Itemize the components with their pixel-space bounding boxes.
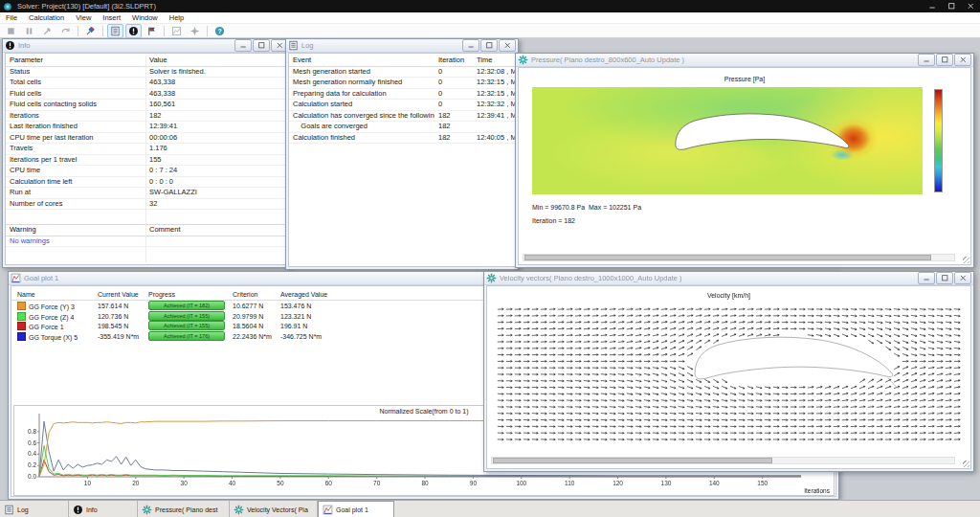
table-cell: Fluid cells [6, 89, 145, 100]
table-cell: 0 [434, 89, 473, 100]
table-cell: Total cells [6, 78, 145, 88]
table-row: CPU time0 : 7 : 24 [6, 166, 287, 177]
info-icon [73, 505, 83, 515]
maximize-icon[interactable] [936, 54, 953, 66]
refresh-button [57, 24, 74, 38]
goal-progress-bar: Achieved (IT = 155) [148, 311, 225, 321]
taskbar-tab-pressure-piano-dest[interactable]: Pressure( Piano dest [138, 501, 230, 517]
goal-scroll-dash[interactable] [34, 496, 44, 497]
pressure-minmax-label: Min = 99670.8 Pa Max = 102251 Pa [532, 204, 641, 211]
info-window-titlebar[interactable]: Info [3, 39, 290, 53]
log-icon [4, 505, 14, 515]
goal-current-value: 120.736 N [98, 313, 148, 320]
table-row: Calculation time left0 : 0 : 0 [6, 177, 287, 189]
log-window-titlebar[interactable]: Log [286, 39, 518, 53]
pressure-window-titlebar[interactable]: Pressure( Piano destro_800x600_Auto Upda… [516, 54, 973, 67]
toolbar: ? [0, 24, 980, 38]
goal-name: GG Torque (X) 5 [29, 334, 78, 341]
scrollbar-thumb[interactable] [493, 458, 772, 463]
pressure-plot-title: Pressure [Pa] [519, 76, 970, 82]
help-button[interactable]: ? [212, 24, 228, 38]
table-header-row: EventIterationTime [289, 56, 515, 67]
info-window-title: Info [18, 41, 234, 50]
resize-grip[interactable] [963, 257, 969, 263]
table-header-row: ParameterValue [6, 56, 287, 67]
table-cell: 00:00:06 [145, 133, 287, 144]
taskbar-tab-info[interactable]: Info [69, 501, 138, 517]
maximize-icon[interactable] [936, 272, 953, 284]
table-row: Iterations per 1 travel155 [6, 155, 287, 167]
horizontal-scrollbar[interactable] [523, 254, 955, 261]
table-cell: No warnings [6, 236, 145, 247]
velocity-plot-title: Velocity [km/h] [487, 292, 970, 299]
table-cell: Solver is finished. [145, 67, 287, 78]
taskbar-tab-velocity-vectors-pia[interactable]: Velocity Vectors( Pia [230, 501, 318, 517]
column-header: Current Value [98, 291, 148, 298]
log-button[interactable] [107, 24, 123, 38]
menu-item-file[interactable]: File [0, 12, 23, 23]
goal-averaged-value: 123.321 N [280, 313, 344, 320]
table-cell: 1.176 [145, 144, 287, 154]
minimize-icon[interactable] [923, 0, 942, 12]
goal-averaged-value: 153.476 N [280, 303, 344, 309]
velocity-window-titlebar[interactable]: Velocity vectors( Piano destro_1000x1000… [484, 272, 973, 285]
pause-icon [24, 26, 34, 36]
table-row: Total cells463,338 [6, 78, 287, 89]
table-row: Calculation has converged since the foll… [289, 111, 515, 123]
menubar: FileCalculationViewInsertWindowHelp [0, 12, 980, 24]
table-cell: Mesh generation normally finished [289, 78, 434, 88]
horizontal-scrollbar[interactable] [491, 457, 955, 464]
taskbar-tab-log[interactable]: Log [0, 501, 69, 517]
maximize-icon[interactable] [480, 39, 498, 52]
minimize-icon[interactable] [918, 54, 935, 66]
main-titlebar[interactable]: Solver: Project(130) [Default] (3i2.SLDP… [0, 0, 980, 12]
target-icon [189, 26, 200, 36]
table-cell: Mesh generation started [289, 67, 434, 78]
table-cell: 182 [434, 133, 473, 144]
table-row: Fluid cells contacting solids160,561 [6, 100, 287, 111]
table-row: Mesh generation started012:32:08 , Ma [289, 67, 515, 79]
close-icon[interactable] [961, 0, 980, 12]
flag-button[interactable] [144, 24, 160, 38]
menu-item-calculation[interactable]: Calculation [23, 12, 70, 23]
table-cell: 463,338 [145, 89, 287, 100]
close-icon[interactable] [499, 39, 516, 52]
table-row: Calculation started012:32:32 , Ma [289, 100, 515, 111]
goal-name-cell: GG Torque (X) 5 [17, 332, 98, 341]
close-icon[interactable] [954, 272, 971, 284]
pin-button[interactable] [82, 24, 99, 38]
maximize-icon[interactable] [253, 39, 270, 52]
menu-item-help[interactable]: Help [164, 12, 189, 23]
table-cell: Iterations per 1 travel [6, 155, 145, 166]
table-row: CPU time per last iteration00:00:06 [6, 133, 287, 145]
log-icon [110, 26, 121, 36]
goal-criterion: 20.9799 N [233, 313, 280, 320]
column-header: Parameter [6, 56, 145, 66]
help-icon: ? [214, 26, 225, 36]
info-button[interactable] [125, 24, 142, 38]
goal-name-cell: GG Force (Y) 3 [17, 302, 98, 310]
goal-name: GG Force (Z) 4 [29, 314, 74, 321]
table-cell: Last iteration finished [6, 122, 145, 132]
table-row: Run atSW-GALLAZZI [6, 188, 287, 199]
forward-button [39, 24, 56, 38]
table-cell: 12:39:41 , Ma [473, 111, 516, 122]
info-table: ParameterValueStatusSolver is finished.T… [6, 56, 287, 210]
menu-item-insert[interactable]: Insert [97, 12, 126, 23]
maximize-icon[interactable] [942, 0, 961, 12]
stop-icon [6, 26, 16, 36]
minimize-icon[interactable] [234, 39, 252, 52]
scrollbar-thumb[interactable] [524, 255, 931, 260]
minimize-icon[interactable] [462, 39, 479, 52]
goal-progress-cell: Achieved (IT = 182) [148, 301, 233, 311]
resize-grip[interactable] [963, 461, 969, 467]
column-header: Event [289, 56, 434, 66]
menu-item-view[interactable]: View [70, 12, 97, 23]
chart-button [168, 24, 185, 38]
goal-current-value: 198.545 N [98, 323, 148, 329]
gear-icon [234, 505, 244, 515]
taskbar-tab-goal-plot-1[interactable]: Goal plot 1 [318, 501, 394, 517]
menu-item-window[interactable]: Window [126, 12, 164, 23]
close-icon[interactable] [954, 54, 971, 66]
minimize-icon[interactable] [918, 272, 935, 284]
